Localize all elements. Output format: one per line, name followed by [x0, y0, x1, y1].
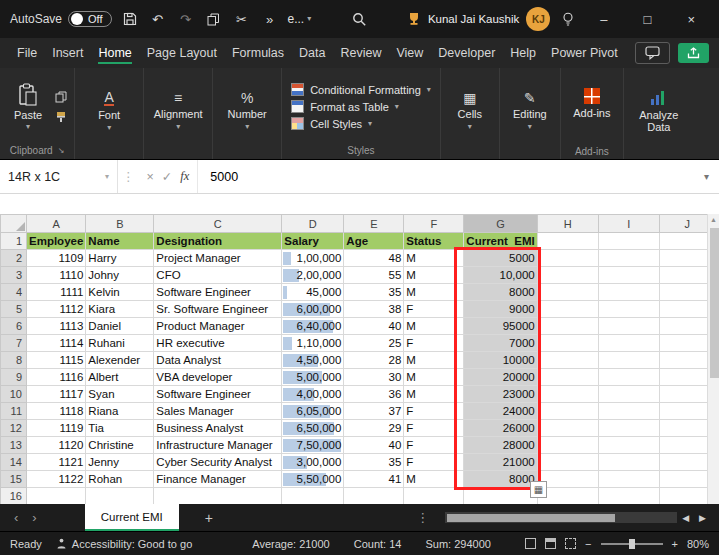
cell-B1[interactable]: Name	[86, 233, 154, 250]
cell-G7[interactable]: 7000	[464, 335, 537, 352]
cell-I4[interactable]	[598, 284, 659, 301]
document-menu[interactable]: e... ▾	[288, 12, 312, 26]
cell-F11[interactable]: F	[404, 403, 464, 420]
cell-A10[interactable]: 1117	[27, 386, 86, 403]
vertical-scroll-thumb[interactable]	[710, 228, 719, 378]
cell-D8[interactable]: 4,50,000	[282, 352, 344, 369]
cell-A16[interactable]	[27, 488, 86, 505]
cut-button[interactable]: ✂	[232, 12, 252, 27]
cell-D12[interactable]: 6,50,000	[282, 420, 344, 437]
cell-E1[interactable]: Age	[344, 233, 404, 250]
maximize-button[interactable]: □	[630, 12, 666, 27]
cell-A9[interactable]: 1116	[27, 369, 86, 386]
tab-review[interactable]: Review	[333, 41, 388, 65]
cell-A11[interactable]: 1118	[27, 403, 86, 420]
close-button[interactable]: ×	[673, 12, 709, 27]
cell-I10[interactable]	[598, 386, 659, 403]
cell-F16[interactable]	[404, 488, 464, 505]
tab-page-layout[interactable]: Page Layout	[140, 41, 224, 65]
row-header-8[interactable]: 8	[1, 352, 27, 369]
cell-E6[interactable]: 40	[344, 318, 404, 335]
cell-B5[interactable]: Kiara	[86, 301, 154, 318]
cell-G9[interactable]: 20000	[464, 369, 537, 386]
cell-I13[interactable]	[598, 437, 659, 454]
cell-C4[interactable]: Software Engineer	[154, 284, 282, 301]
page-break-view-icon[interactable]	[565, 538, 576, 549]
row-header-3[interactable]: 3	[1, 267, 27, 284]
minimize-button[interactable]: –	[586, 12, 621, 27]
row-header-13[interactable]: 13	[1, 437, 27, 454]
cell-F7[interactable]: F	[404, 335, 464, 352]
cell-H10[interactable]	[537, 386, 598, 403]
row-header-6[interactable]: 6	[1, 318, 27, 335]
cell-D6[interactable]: 6,40,000	[282, 318, 344, 335]
cell-B15[interactable]: Rohan	[86, 471, 154, 488]
cell-C3[interactable]: CFO	[154, 267, 282, 284]
cell-A8[interactable]: 1115	[27, 352, 86, 369]
editing-group-button[interactable]: ✎ Editing ▾	[505, 71, 555, 159]
cell-G3[interactable]: 10,000	[464, 267, 537, 284]
cell-F13[interactable]: F	[404, 437, 464, 454]
column-header-E[interactable]: E	[344, 215, 404, 233]
cell-C16[interactable]	[154, 488, 282, 505]
cell-I15[interactable]	[598, 471, 659, 488]
cell-D13[interactable]: 7,50,000	[282, 437, 344, 454]
row-header-16[interactable]: 16	[1, 488, 27, 505]
row-header-9[interactable]: 9	[1, 369, 27, 386]
tab-power-pivot[interactable]: Power Pivot	[544, 41, 625, 65]
horizontal-scroll-thumb[interactable]	[447, 514, 615, 522]
row-header-14[interactable]: 14	[1, 454, 27, 471]
select-all-button[interactable]	[1, 215, 27, 233]
cell-H11[interactable]	[537, 403, 598, 420]
cell-I3[interactable]	[598, 267, 659, 284]
cell-styles-button[interactable]: Cell Styles ▾	[287, 116, 435, 131]
cell-H1[interactable]	[537, 233, 598, 250]
cell-E8[interactable]: 28	[344, 352, 404, 369]
cell-G6[interactable]: 95000	[464, 318, 537, 335]
quickbar-more-button[interactable]: »	[260, 12, 280, 27]
sheet-tab-current-emi[interactable]: Current EMI	[85, 504, 179, 531]
cell-I2[interactable]	[598, 250, 659, 267]
row-header-10[interactable]: 10	[1, 386, 27, 403]
cell-B12[interactable]: Tia	[86, 420, 154, 437]
cell-A14[interactable]: 1121	[27, 454, 86, 471]
column-header-I[interactable]: I	[598, 215, 659, 233]
conditional-formatting-button[interactable]: Conditional Formatting ▾	[287, 82, 435, 97]
row-header-4[interactable]: 4	[1, 284, 27, 301]
cell-H8[interactable]	[537, 352, 598, 369]
cell-G8[interactable]: 10000	[464, 352, 537, 369]
cell-C5[interactable]: Sr. Software Engineer	[154, 301, 282, 318]
cell-F14[interactable]: F	[404, 454, 464, 471]
cell-F12[interactable]: F	[404, 420, 464, 437]
cell-H4[interactable]	[537, 284, 598, 301]
cell-E3[interactable]: 55	[344, 267, 404, 284]
redo-button[interactable]: ↷	[176, 12, 196, 27]
cell-I8[interactable]	[598, 352, 659, 369]
cell-H5[interactable]	[537, 301, 598, 318]
copy-button[interactable]	[204, 13, 224, 26]
cell-F6[interactable]: M	[404, 318, 464, 335]
cell-G16[interactable]	[464, 488, 537, 505]
cell-A13[interactable]: 1120	[27, 437, 86, 454]
cell-C8[interactable]: Data Analyst	[154, 352, 282, 369]
cell-E12[interactable]: 29	[344, 420, 404, 437]
row-header-1[interactable]: 1	[1, 233, 27, 250]
cell-C7[interactable]: HR executive	[154, 335, 282, 352]
column-header-C[interactable]: C	[154, 215, 282, 233]
cell-G11[interactable]: 24000	[464, 403, 537, 420]
cell-I6[interactable]	[598, 318, 659, 335]
cell-D3[interactable]: 2,00,000	[282, 267, 344, 284]
cell-C6[interactable]: Product Manager	[154, 318, 282, 335]
alignment-group-button[interactable]: ≡ Alignment ▾	[149, 71, 207, 159]
cell-B10[interactable]: Syan	[86, 386, 154, 403]
row-header-5[interactable]: 5	[1, 301, 27, 318]
cell-B7[interactable]: Ruhani	[86, 335, 154, 352]
scroll-right-icon[interactable]: ▶	[694, 513, 711, 523]
account-chip[interactable]: Kunal Jai Kaushik KJ	[407, 7, 550, 31]
cell-G12[interactable]: 26000	[464, 420, 537, 437]
cell-G10[interactable]: 23000	[464, 386, 537, 403]
comments-button[interactable]	[635, 42, 670, 64]
number-group-button[interactable]: % Number ▾	[218, 71, 276, 159]
cell-D11[interactable]: 6,05,000	[282, 403, 344, 420]
tab-formulas[interactable]: Formulas	[225, 41, 291, 65]
